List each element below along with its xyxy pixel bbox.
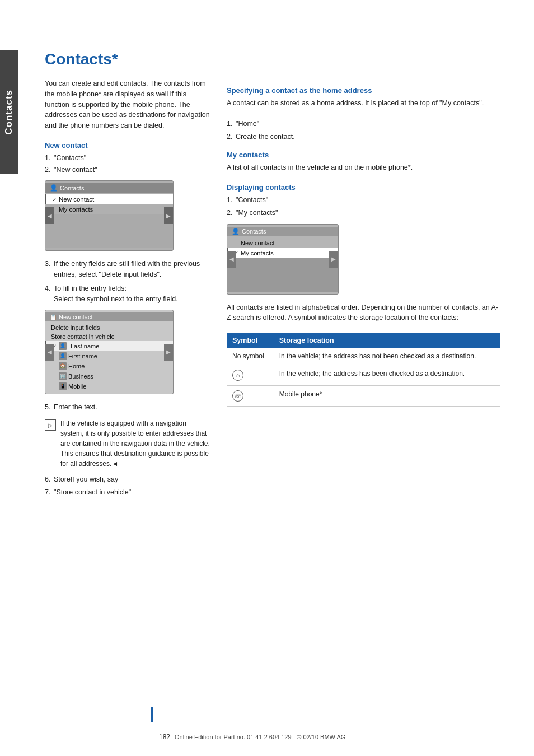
screen-item-new-contact: ✓ New contact xyxy=(45,194,173,204)
list-item: 3. If the entry fields are still filled … xyxy=(45,259,210,280)
screen-mockup-right: ◀ 👤 Contacts New contact ✓ My contacts ▶ xyxy=(227,224,339,295)
first-name-icon: 👤 xyxy=(59,352,67,360)
my-contacts-section: My contacts A list of all contacts in th… xyxy=(227,151,500,173)
screen2-last-name: ✓ 👤 Last name xyxy=(45,341,173,351)
note-icon: ▷ xyxy=(45,419,56,431)
intro-text: You can create and edit contacts. The co… xyxy=(45,78,210,131)
screen-map-area xyxy=(45,214,173,248)
displaying-text2: All contacts are listed in alphabetical … xyxy=(227,302,500,324)
screen2-home: 🏠 Home xyxy=(45,361,173,371)
checkmark-icon: ✓ xyxy=(52,197,57,203)
contacts-icon: 👤 xyxy=(50,184,58,192)
nav-left-arrow-r: ◀ xyxy=(227,251,236,268)
steps-3-4: 3. If the entry fields are still filled … xyxy=(45,259,210,304)
screen2-first-name: 👤 First name xyxy=(45,351,173,361)
footer-bar xyxy=(151,707,153,722)
displaying-contacts-heading: Displaying contacts xyxy=(227,183,500,192)
list-item: 7. "Store contact in vehicle" xyxy=(45,487,210,498)
symbol-cell-1: No symbol xyxy=(227,348,274,365)
right-column: Specifying a contact as the home address… xyxy=(227,78,500,503)
displaying-steps: 1. "Contacts" 2. "My contacts" xyxy=(227,195,500,218)
nav-right-arrow-r: ▶ xyxy=(329,251,338,268)
home-address-steps: 1. "Home" 2. Create the contact. xyxy=(227,119,500,142)
left-column: You can create and edit contacts. The co… xyxy=(45,78,210,503)
screen-title-text: Contacts xyxy=(60,185,84,192)
screen2-business: 🏢 Business xyxy=(45,371,173,381)
mobile-symbol: ☏ xyxy=(232,390,243,402)
new-contact-section: New contact 1. "Contacts" 2. "New contac… xyxy=(45,141,210,498)
screen-right-title-bar: 👤 Contacts xyxy=(227,227,338,236)
steps-6-7: 6. StoreIf you wish, say 7. "Store conta… xyxy=(45,474,210,498)
note-text: If the vehicle is equipped with a naviga… xyxy=(60,418,210,469)
list-item: 2. "My contacts" xyxy=(227,208,500,218)
screen-r-new-contact: New contact xyxy=(227,238,338,248)
table-row: No symbol In the vehicle; the address ha… xyxy=(227,348,500,365)
displaying-contacts-section: Displaying contacts 1. "Contacts" 2. "My… xyxy=(227,183,500,407)
my-contacts-text: A list of all contacts in the vehicle an… xyxy=(227,162,500,173)
symbol-cell-2: ⌂ xyxy=(227,365,274,386)
nav-left-arrow-2: ◀ xyxy=(45,344,54,361)
location-col-header: Storage location xyxy=(274,333,500,348)
screen-item-my-contacts: My contacts xyxy=(45,204,173,214)
list-item: 6. StoreIf you wish, say xyxy=(45,474,210,485)
home-address-text: A contact can be stored as a home addres… xyxy=(227,98,500,109)
screen-map-area-r xyxy=(227,258,338,292)
symbol-col-header: Symbol xyxy=(227,333,274,348)
nav-right-arrow-2: ▶ xyxy=(164,344,173,361)
screen2-mobile: 📱 Mobile xyxy=(45,381,173,391)
screen-mockup-2: ◀ 📋 New contact Delete input fields Stor… xyxy=(45,310,174,394)
symbol-cell-3: ☏ xyxy=(227,386,274,407)
home-icon: 🏠 xyxy=(59,362,67,370)
location-cell-3: Mobile phone* xyxy=(274,386,500,407)
new-contact-heading: New contact xyxy=(45,141,210,150)
footer-text: Online Edition for Part no. 01 41 2 604 … xyxy=(175,734,345,740)
location-cell-1: In the vehicle; the address has not been… xyxy=(274,348,500,365)
home-symbol: ⌂ xyxy=(232,370,243,381)
list-item: 1. "Home" xyxy=(227,119,500,129)
list-item: 1. "Contacts" xyxy=(227,195,500,206)
screen-title-bar: 👤 Contacts xyxy=(45,183,173,193)
list-item: 2. "New contact" xyxy=(45,165,210,175)
screen2-title-bar: 📋 New contact xyxy=(45,312,173,321)
nav-right-arrow: ▶ xyxy=(164,207,173,224)
list-item: 1. "Contacts" xyxy=(45,153,210,164)
business-icon: 🏢 xyxy=(59,372,67,380)
screen2-store: Store contact in vehicle xyxy=(45,332,173,341)
mobile-icon: 📱 xyxy=(59,382,67,390)
my-contacts-heading: My contacts xyxy=(227,151,500,159)
screen2-delete: Delete input fields xyxy=(45,323,173,332)
screen-r-my-contacts: ✓ My contacts xyxy=(227,248,338,258)
nav-left-arrow: ◀ xyxy=(45,207,54,224)
new-contact-steps: 1. "Contacts" 2. "New contact" xyxy=(45,153,210,175)
symbol-table: Symbol Storage location No symbol In the… xyxy=(227,333,500,407)
last-name-icon: 👤 xyxy=(59,342,67,350)
home-address-heading: Specifying a contact as the home address xyxy=(227,86,500,95)
note-box: ▷ If the vehicle is equipped with a navi… xyxy=(45,418,210,469)
table-row: ⌂ In the vehicle; the address has been c… xyxy=(227,365,500,386)
home-address-section: Specifying a contact as the home address… xyxy=(227,86,500,142)
list-item: 5. Enter the text. xyxy=(45,402,210,413)
screen-mockup-1: ◀ 👤 Contacts ✓ New contact My contacts ▶ xyxy=(45,180,174,251)
list-item: 2. Create the contact. xyxy=(227,132,500,142)
table-row: ☏ Mobile phone* xyxy=(227,386,500,407)
location-cell-2: In the vehicle; the address has been che… xyxy=(274,365,500,386)
step-5: 5. Enter the text. xyxy=(45,402,210,413)
page-title: Contacts* xyxy=(45,50,500,68)
list-item: 4. To fill in the entry fields:Select th… xyxy=(45,283,210,305)
page-footer: 182 Online Edition for Part no. 01 41 2 … xyxy=(0,729,534,745)
page-number: 182 xyxy=(159,733,170,741)
